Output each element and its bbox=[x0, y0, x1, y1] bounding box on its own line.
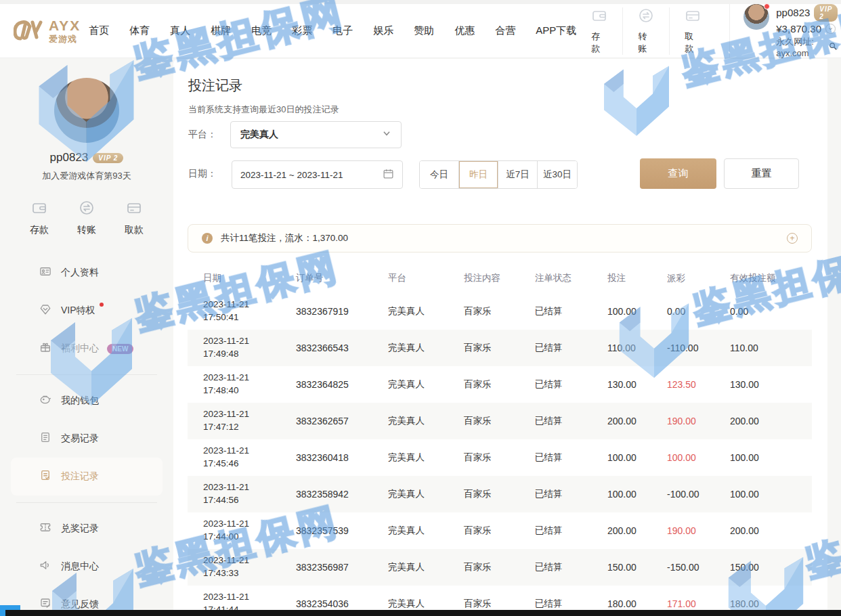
cell-platform: 完美真人 bbox=[388, 378, 464, 391]
column-header-有效投注额: 有效投注额 bbox=[730, 272, 812, 284]
brand-name: 爱游戏 bbox=[49, 35, 81, 43]
cell-status: 已结算 bbox=[535, 305, 607, 317]
bet-records-table: 日期订单号平台投注内容注单状态投注派彩有效投注额 2023-11-2117:50… bbox=[188, 263, 812, 616]
nav-item-APP下载[interactable]: APP下载 bbox=[536, 24, 576, 37]
perma-url: 永久网址: ayx.com bbox=[776, 36, 825, 58]
sidebar-item-消息中心[interactable]: 消息中心 bbox=[11, 548, 163, 586]
cell-payout: 190.00 bbox=[667, 525, 730, 536]
gift-icon bbox=[39, 341, 51, 356]
page-subtitle: 当前系统支持查询最近30日的投注记录 bbox=[188, 104, 339, 116]
date-range-picker[interactable]: 2023-11-21 ~ 2023-11-21 bbox=[232, 160, 403, 189]
transfer-icon bbox=[638, 7, 654, 26]
cell-payout: 123.50 bbox=[667, 379, 730, 390]
chevron-down-icon bbox=[382, 129, 391, 141]
nav-item-娱乐[interactable]: 娱乐 bbox=[373, 24, 393, 37]
sidebar-quick-actions: 存款 转账 取款 bbox=[0, 200, 173, 236]
search-button[interactable]: 查询 bbox=[640, 158, 716, 189]
sidebar-item-我的钱包[interactable]: 我的钱包 bbox=[11, 382, 163, 420]
column-header-投注内容: 投注内容 bbox=[464, 272, 535, 284]
nav-item-首页[interactable]: 首页 bbox=[89, 24, 109, 37]
reset-button[interactable]: 重置 bbox=[724, 158, 799, 189]
cell-date: 2023-11-2117:43:33 bbox=[203, 554, 296, 580]
nav-item-体育[interactable]: 体育 bbox=[129, 24, 150, 37]
vip-badge: VIP 2 bbox=[814, 4, 838, 22]
platform-select[interactable]: 完美真人 bbox=[230, 121, 402, 148]
cell-date: 2023-11-2117:44:00 bbox=[203, 518, 296, 544]
avatar[interactable] bbox=[743, 4, 769, 30]
range-button-昨日[interactable]: 昨日 bbox=[459, 161, 498, 188]
cell-order-number: 3832367919 bbox=[296, 306, 388, 317]
sidebar-divider bbox=[16, 502, 157, 503]
username: pp0823 bbox=[776, 7, 810, 18]
cell-date: 2023-11-2117:44:56 bbox=[203, 481, 296, 507]
sidebar-item-福利中心[interactable]: 福利中心NEW bbox=[11, 330, 163, 368]
cell-platform: 完美真人 bbox=[388, 305, 464, 317]
nav-item-优惠[interactable]: 优惠 bbox=[454, 24, 475, 37]
betlog-icon bbox=[39, 469, 51, 484]
summary-text: 共计11笔投注，流水：1,370.00 bbox=[221, 232, 348, 244]
top-navbar: AYX 爱游戏 首页体育真人棋牌电竞彩票电子娱乐赞助优惠合营APP下载 存款 转… bbox=[0, 0, 841, 58]
hdr-action-取款[interactable]: 取款 bbox=[669, 7, 716, 55]
cell-valid-bet: 180.00 bbox=[730, 598, 812, 609]
hdr-action-转账[interactable]: 转账 bbox=[622, 7, 669, 55]
platform-label: 平台： bbox=[188, 129, 217, 141]
cell-bet-content: 百家乐 bbox=[464, 342, 535, 354]
sb-action-取款[interactable]: 取款 bbox=[125, 200, 144, 236]
nav-item-彩票[interactable]: 彩票 bbox=[292, 24, 312, 37]
sidebar-avatar[interactable] bbox=[54, 78, 119, 143]
nav-item-棋牌[interactable]: 棋牌 bbox=[211, 24, 231, 37]
page-title: 投注记录 bbox=[188, 76, 242, 95]
sidebar-vip-badge: VIP 2 bbox=[93, 153, 123, 163]
cell-platform: 完美真人 bbox=[388, 561, 464, 573]
cell-order-number: 3832360418 bbox=[296, 452, 388, 463]
search-icon[interactable] bbox=[828, 41, 838, 53]
sidebar-username: pp0823 bbox=[50, 151, 89, 164]
cell-platform: 完美真人 bbox=[388, 525, 464, 537]
range-button-近30日[interactable]: 近30日 bbox=[538, 161, 577, 188]
nav-item-电竞[interactable]: 电竞 bbox=[251, 24, 272, 37]
cell-order-number: 3832366543 bbox=[296, 343, 388, 353]
cell-payout: 171.00 bbox=[667, 598, 730, 609]
cell-bet-amount: 110.00 bbox=[607, 343, 667, 353]
vip-icon bbox=[39, 303, 51, 318]
cell-bet-amount: 130.00 bbox=[607, 379, 667, 390]
brand-logo[interactable]: AYX 爱游戏 bbox=[14, 18, 81, 44]
cell-bet-content: 百家乐 bbox=[464, 378, 535, 391]
sidebar-item-VIP特权[interactable]: VIP特权 bbox=[11, 292, 163, 330]
info-icon: i bbox=[202, 233, 213, 244]
cell-status: 已结算 bbox=[535, 598, 607, 610]
cell-bet-content: 百家乐 bbox=[464, 561, 535, 573]
notification-dot bbox=[764, 3, 770, 9]
cell-status: 已结算 bbox=[535, 452, 607, 464]
sidebar-item-投注记录[interactable]: 投注记录 bbox=[11, 458, 163, 496]
sb-action-存款[interactable]: 存款 bbox=[30, 200, 49, 236]
sb-action-转账[interactable]: 转账 bbox=[77, 200, 96, 236]
sidebar-item-交易记录[interactable]: 交易记录 bbox=[11, 420, 163, 458]
range-button-近7日[interactable]: 近7日 bbox=[498, 161, 538, 188]
column-header-派彩: 派彩 bbox=[667, 272, 730, 284]
sidebar-item-个人资料[interactable]: 个人资料 bbox=[11, 254, 163, 292]
cell-platform: 完美真人 bbox=[388, 452, 464, 464]
sidebar-item-兑奖记录[interactable]: 兑奖记录 bbox=[11, 510, 163, 548]
balance-refresh-chevron[interactable] bbox=[825, 24, 836, 34]
cell-payout: -150.00 bbox=[667, 562, 730, 573]
cell-bet-amount: 180.00 bbox=[607, 598, 667, 609]
quick-range-group: 今日昨日近7日近30日 bbox=[419, 160, 578, 189]
nav-item-电子[interactable]: 电子 bbox=[332, 24, 353, 37]
sidebar-menu: 个人资料 VIP特权 福利中心NEW 我的钱包 交易记录 投注记录 兑奖记录 消… bbox=[0, 254, 173, 616]
cell-bet-content: 百家乐 bbox=[464, 488, 535, 500]
table-row: 2023-11-2117:47:12 3832362657 完美真人 百家乐 已… bbox=[188, 403, 812, 439]
sidebar: pp0823 VIP 2 加入爱游戏体育第93天 存款 转账 取款 个人资料 V… bbox=[0, 59, 173, 616]
header-user-area: pp0823 VIP 2 ¥3,870.30 永久网址: ayx.com bbox=[729, 4, 838, 58]
nav-item-真人[interactable]: 真人 bbox=[170, 24, 190, 37]
cell-order-number: 3832354036 bbox=[296, 598, 388, 609]
nav-item-合营[interactable]: 合营 bbox=[495, 24, 515, 37]
cell-status: 已结算 bbox=[535, 378, 607, 391]
nav-item-赞助[interactable]: 赞助 bbox=[414, 24, 434, 37]
expand-plus-icon[interactable]: + bbox=[787, 233, 798, 244]
idcard-icon bbox=[39, 265, 51, 280]
table-header-row: 日期订单号平台投注内容注单状态投注派彩有效投注额 bbox=[188, 263, 812, 293]
range-button-今日[interactable]: 今日 bbox=[420, 161, 459, 188]
cell-bet-content: 百家乐 bbox=[464, 415, 535, 427]
hdr-action-存款[interactable]: 存款 bbox=[576, 7, 622, 55]
